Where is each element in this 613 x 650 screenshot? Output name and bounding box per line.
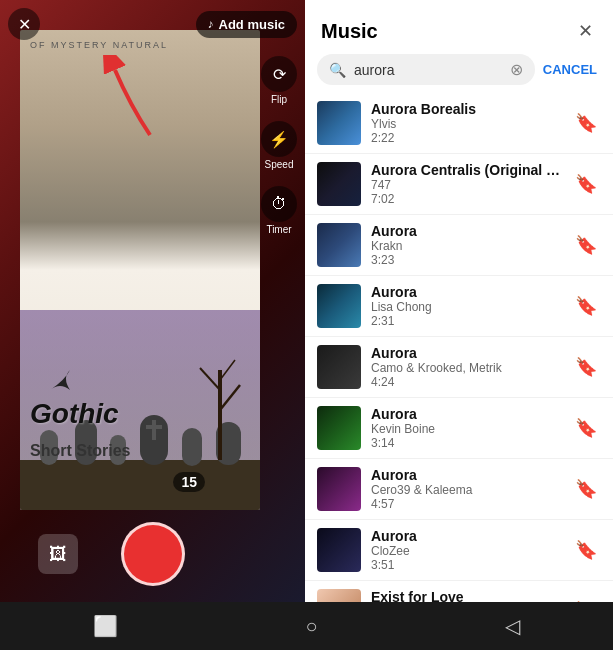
right-controls: ⟳ Flip ⚡ Speed ⏱ Timer [261,8,297,235]
search-input-value: aurora [354,62,510,78]
book-cover: OF MYSTERY NATURAL [20,30,260,510]
music-panel: Music ✕ 🔍 aurora ⊗ CANCEL Aurora Boreali… [305,0,613,602]
track-list: Aurora Borealis Ylvis 2:22 🔖 Aurora Cent… [305,93,613,602]
track-item[interactable]: Aurora Camo & Krooked, Metrik 4:24 🔖 [305,337,613,398]
navigation-bar: ⬜ ○ ◁ [0,602,613,650]
track-art [317,406,361,450]
svg-rect-6 [182,428,202,466]
track-art [317,101,361,145]
close-music-button[interactable]: ✕ [574,16,597,46]
track-info: Aurora Camo & Krooked, Metrik 4:24 [371,345,567,389]
track-info: Aurora Krakn 3:23 [371,223,567,267]
track-item[interactable]: Aurora Kevin Boine 3:14 🔖 [305,398,613,459]
search-clear-button[interactable]: ⊗ [510,60,523,79]
track-info: Aurora Centralis (Original Mix) 747 7:02 [371,162,567,206]
track-name: Exist for Love [371,589,567,602]
bookmark-button[interactable]: 🔖 [567,352,601,382]
book-subtitle: Short Stories [30,442,130,460]
track-item[interactable]: Aurora Borealis Ylvis 2:22 🔖 [305,93,613,154]
track-info: Aurora CloZee 3:51 [371,528,567,572]
track-item[interactable]: Aurora Krakn 3:23 🔖 [305,215,613,276]
track-art [317,284,361,328]
track-artist: 747 [371,178,567,192]
bookmark-button[interactable]: 🔖 [567,413,601,443]
track-art [317,223,361,267]
nav-square-button[interactable]: ⬜ [73,606,138,646]
timer-label: Timer [266,224,291,235]
track-name: Aurora [371,528,567,544]
track-duration: 7:02 [371,192,567,206]
track-duration: 4:57 [371,497,567,511]
track-art [317,467,361,511]
speed-icon: ⚡ [261,121,297,157]
track-art [317,162,361,206]
flip-label: Flip [271,94,287,105]
gallery-button[interactable]: 🖼 [38,534,78,574]
speed-button[interactable]: ⚡ Speed [261,121,297,170]
nav-back-button[interactable]: ◁ [485,606,540,646]
camera-top-controls: ✕ ♪ Add music [8,8,297,40]
track-duration: 4:24 [371,375,567,389]
track-name: Aurora [371,345,567,361]
music-header: Music ✕ [305,0,613,54]
camera-bottom-controls: 🖼 [0,522,305,586]
flip-button[interactable]: ⟳ Flip [261,56,297,105]
camera-panel: OF MYSTERY NATURAL [0,0,305,602]
book-top-text: OF MYSTERY NATURAL [30,40,250,50]
timer-icon: ⏱ [261,186,297,222]
track-artist: Ylvis [371,117,567,131]
track-duration: 2:31 [371,314,567,328]
bookmark-button[interactable]: 🔖 [567,535,601,565]
record-button[interactable] [121,522,185,586]
spacer [228,534,268,574]
track-artist: Lisa Chong [371,300,567,314]
svg-rect-1 [20,460,260,510]
track-info: Aurora Borealis Ylvis 2:22 [371,101,567,145]
track-art [317,528,361,572]
svg-rect-9 [146,425,162,429]
track-name: Aurora [371,406,567,422]
track-artist: CloZee [371,544,567,558]
track-item[interactable]: Aurora Centralis (Original Mix) 747 7:02… [305,154,613,215]
track-art [317,345,361,389]
track-artist: Cero39 & Kaleema [371,483,567,497]
bookmark-button[interactable]: 🔖 [567,108,601,138]
search-bar[interactable]: 🔍 aurora ⊗ [317,54,535,85]
bookmark-button[interactable]: 🔖 [567,169,601,199]
track-name: Aurora [371,223,567,239]
bookmark-button[interactable]: 🔖 [567,230,601,260]
bookmark-button[interactable]: 🔖 [567,291,601,321]
track-item[interactable]: Aurora CloZee 3:51 🔖 [305,520,613,581]
track-info: Aurora Cero39 & Kaleema 4:57 [371,467,567,511]
track-name: Aurora Borealis [371,101,567,117]
nav-home-button[interactable]: ○ [285,607,337,646]
track-info: Aurora Lisa Chong 2:31 [371,284,567,328]
cancel-search-button[interactable]: CANCEL [535,62,601,77]
track-item[interactable]: Exist for Love AURORA 4:13 🔖 [305,581,613,602]
track-artist: Krakn [371,239,567,253]
track-artist: Kevin Boine [371,422,567,436]
search-icon: 🔍 [329,62,346,78]
track-name: Aurora [371,284,567,300]
track-art [317,589,361,602]
music-note-icon: ♪ [208,17,214,31]
music-panel-title: Music [321,20,378,43]
track-info: Aurora Kevin Boine 3:14 [371,406,567,450]
track-duration: 3:14 [371,436,567,450]
track-duration: 3:23 [371,253,567,267]
track-name: Aurora Centralis (Original Mix) [371,162,567,178]
close-camera-button[interactable]: ✕ [8,8,40,40]
track-item[interactable]: Aurora Cero39 & Kaleema 4:57 🔖 [305,459,613,520]
track-item[interactable]: Aurora Lisa Chong 2:31 🔖 [305,276,613,337]
gallery-icon: 🖼 [49,544,67,565]
track-duration: 2:22 [371,131,567,145]
track-info: Exist for Love AURORA 4:13 [371,589,567,602]
timer-button[interactable]: ⏱ Timer [261,186,297,235]
speed-label: Speed [265,159,294,170]
book-title-gothic: Gothic [30,399,119,430]
counter-badge: 15 [173,472,205,492]
svg-rect-8 [152,420,156,440]
track-duration: 3:51 [371,558,567,572]
bookmark-button[interactable]: 🔖 [567,474,601,504]
track-name: Aurora [371,467,567,483]
